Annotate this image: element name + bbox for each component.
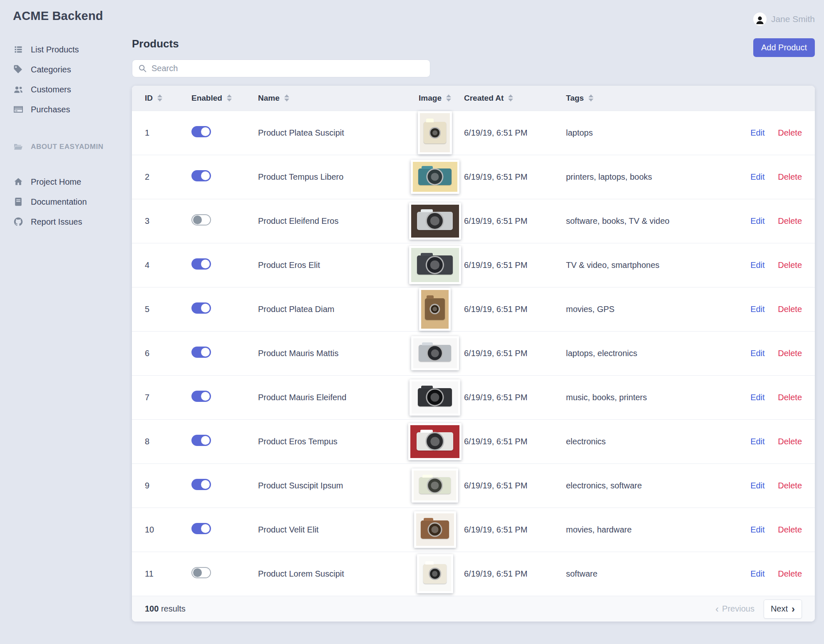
user-menu[interactable]: Jane Smith xyxy=(132,9,815,29)
cell-actions: Edit Delete xyxy=(745,111,815,155)
edit-link[interactable]: Edit xyxy=(750,349,764,358)
cell-enabled xyxy=(191,199,258,243)
enabled-toggle[interactable] xyxy=(191,391,211,402)
enabled-toggle[interactable] xyxy=(191,435,211,446)
column-header-name[interactable]: Name xyxy=(258,86,406,111)
enabled-toggle[interactable] xyxy=(191,523,211,534)
enabled-toggle[interactable] xyxy=(191,126,211,137)
cell-enabled xyxy=(191,111,258,155)
cell-created-at: 6/19/19, 6:51 PM xyxy=(464,331,566,375)
main-area: Jane Smith Products Add Product xyxy=(132,0,824,644)
delete-link[interactable]: Delete xyxy=(778,172,802,181)
cell-name: Product Platea Diam xyxy=(258,287,406,331)
title-search-block: Products xyxy=(132,37,430,77)
edit-link[interactable]: Edit xyxy=(750,260,764,270)
edit-link[interactable]: Edit xyxy=(750,128,764,137)
delete-link[interactable]: Delete xyxy=(778,216,802,225)
github-icon xyxy=(13,217,24,227)
cell-tags: software, books, TV & video xyxy=(566,199,745,243)
sidebar-item-documentation[interactable]: Documentation xyxy=(13,192,132,212)
cell-id: 11 xyxy=(132,552,191,596)
cell-actions: Edit Delete xyxy=(745,375,815,419)
cell-id: 7 xyxy=(132,375,191,419)
list-icon xyxy=(13,45,24,54)
cell-name: Product Tempus Libero xyxy=(258,155,406,199)
delete-link[interactable]: Delete xyxy=(778,128,802,137)
column-header-id[interactable]: ID xyxy=(132,86,191,111)
edit-link[interactable]: Edit xyxy=(750,569,764,578)
search-bar xyxy=(132,59,430,77)
page-title: Products xyxy=(132,37,430,50)
cell-id: 5 xyxy=(132,287,191,331)
column-header-image[interactable]: Image xyxy=(406,86,464,111)
users-icon xyxy=(13,84,24,94)
sidebar-item-report-issues[interactable]: Report Issues xyxy=(13,212,132,232)
cell-created-at: 6/19/19, 6:51 PM xyxy=(464,463,566,508)
sort-icon xyxy=(508,94,513,102)
sidebar-item-categories[interactable]: Categories xyxy=(13,59,132,79)
table-row: 4 Product Eros Elit 6/19/19, 6:51 PM TV … xyxy=(132,243,815,287)
delete-link[interactable]: Delete xyxy=(778,305,802,314)
product-image xyxy=(409,246,461,284)
cell-image xyxy=(406,155,464,199)
content-header: Products Add Product xyxy=(132,37,815,77)
edit-link[interactable]: Edit xyxy=(750,172,764,181)
sidebar-item-purchases[interactable]: Purchases xyxy=(13,99,132,119)
column-header-tags[interactable]: Tags xyxy=(566,86,745,111)
product-image xyxy=(417,554,453,593)
camera-photo xyxy=(414,471,456,500)
sidebar-item-list-products[interactable]: List Products xyxy=(13,40,132,59)
cell-actions: Edit Delete xyxy=(745,155,815,199)
cell-tags: software xyxy=(566,552,745,596)
delete-link[interactable]: Delete xyxy=(778,481,802,490)
product-image xyxy=(414,511,456,548)
enabled-toggle[interactable] xyxy=(191,302,211,314)
brand-title[interactable]: ACME Backend xyxy=(13,9,132,23)
user-icon xyxy=(755,15,765,25)
sidebar-item-customers[interactable]: Customers xyxy=(13,79,132,99)
enabled-toggle[interactable] xyxy=(191,567,211,578)
enabled-toggle[interactable] xyxy=(191,479,211,490)
enabled-toggle[interactable] xyxy=(191,170,211,181)
table-row: 1 Product Platea Suscipit 6/19/19, 6:51 … xyxy=(132,111,815,155)
cell-enabled xyxy=(191,419,258,463)
edit-link[interactable]: Edit xyxy=(750,216,764,225)
column-header-created-at[interactable]: Created At xyxy=(464,86,566,111)
cell-enabled xyxy=(191,375,258,419)
column-header-enabled[interactable]: Enabled xyxy=(191,86,258,111)
edit-link[interactable]: Edit xyxy=(750,305,764,314)
delete-link[interactable]: Delete xyxy=(778,393,802,402)
next-button[interactable]: Next › xyxy=(764,599,802,619)
sidebar-links-menu: Project HomeDocumentationReport Issues xyxy=(13,172,132,232)
search-input[interactable] xyxy=(132,59,430,77)
delete-link[interactable]: Delete xyxy=(778,260,802,270)
table-row: 7 Product Mauris Eleifend 6/19/19, 6:51 … xyxy=(132,375,815,419)
table-row: 6 Product Mauris Mattis 6/19/19, 6:51 PM… xyxy=(132,331,815,375)
cell-created-at: 6/19/19, 6:51 PM xyxy=(464,155,566,199)
delete-link[interactable]: Delete xyxy=(778,569,802,578)
cell-image xyxy=(406,111,464,155)
delete-link[interactable]: Delete xyxy=(778,525,802,534)
credit-card-icon xyxy=(13,104,24,114)
edit-link[interactable]: Edit xyxy=(750,481,764,490)
delete-link[interactable]: Delete xyxy=(778,437,802,446)
cell-name: Product Eros Elit xyxy=(258,243,406,287)
cell-tags: movies, hardware xyxy=(566,508,745,552)
edit-link[interactable]: Edit xyxy=(750,437,764,446)
cell-tags: electronics, software xyxy=(566,463,745,508)
add-product-button[interactable]: Add Product xyxy=(753,38,815,57)
edit-link[interactable]: Edit xyxy=(750,393,764,402)
cell-actions: Edit Delete xyxy=(745,552,815,596)
sidebar-item-project-home[interactable]: Project Home xyxy=(13,172,132,192)
cell-name: Product Lorem Suscipit xyxy=(258,552,406,596)
enabled-toggle[interactable] xyxy=(191,347,211,358)
column-header-actions xyxy=(745,86,815,111)
sidebar-item-label: Documentation xyxy=(31,197,87,207)
delete-link[interactable]: Delete xyxy=(778,349,802,358)
edit-link[interactable]: Edit xyxy=(750,525,764,534)
enabled-toggle[interactable] xyxy=(191,214,211,225)
enabled-toggle[interactable] xyxy=(191,258,211,270)
product-image xyxy=(419,288,451,331)
table-row: 3 Product Eleifend Eros 6/19/19, 6:51 PM… xyxy=(132,199,815,243)
cell-created-at: 6/19/19, 6:51 PM xyxy=(464,508,566,552)
